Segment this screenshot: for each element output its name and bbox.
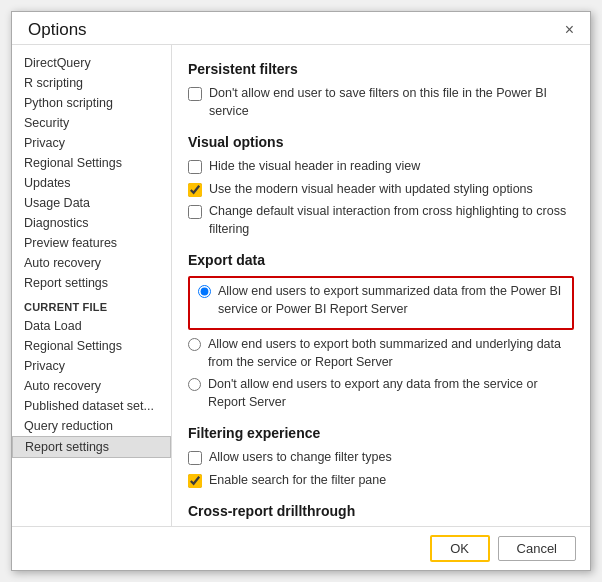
- option-label-2-2: Don't allow end users to export any data…: [208, 376, 574, 411]
- section-title-export_data: Export data: [188, 252, 574, 268]
- section-title-persistent_filters: Persistent filters: [188, 61, 574, 77]
- sidebar-item-auto-recovery[interactable]: Auto recovery: [12, 253, 171, 273]
- checkbox-1-1[interactable]: [188, 183, 202, 197]
- checkbox-3-1[interactable]: [188, 474, 202, 488]
- sidebar-item-usage-data[interactable]: Usage Data: [12, 193, 171, 213]
- option-row-2-1: Allow end users to export both summarize…: [188, 336, 574, 371]
- option-row-1-0: Hide the visual header in reading view: [188, 158, 574, 176]
- option-label-3-0: Allow users to change filter types: [209, 449, 392, 467]
- sidebar-current-item-5[interactable]: Query reduction: [12, 416, 171, 436]
- option-row: Allow end users to export summarized dat…: [198, 283, 564, 318]
- option-label-0-0: Don't allow end user to save filters on …: [209, 85, 574, 120]
- checkbox-3-0[interactable]: [188, 451, 202, 465]
- sidebar-item-report-settings[interactable]: Report settings: [12, 273, 171, 293]
- option-text: Allow end users to export summarized dat…: [218, 283, 564, 318]
- dialog-title: Options: [28, 20, 87, 40]
- option-label-1-2: Change default visual interaction from c…: [209, 203, 574, 238]
- sidebar-item-updates[interactable]: Updates: [12, 173, 171, 193]
- content-panel: Persistent filtersDon't allow end user t…: [172, 45, 590, 526]
- sidebar: DirectQueryR scriptingPython scriptingSe…: [12, 45, 172, 526]
- current-file-header: CURRENT FILE: [12, 293, 171, 316]
- radio-export-0[interactable]: [198, 285, 211, 298]
- export-data-highlighted-option: Allow end users to export summarized dat…: [188, 276, 574, 330]
- checkbox-1-2[interactable]: [188, 205, 202, 219]
- sidebar-item-privacy[interactable]: Privacy: [12, 133, 171, 153]
- sidebar-current-item-1[interactable]: Regional Settings: [12, 336, 171, 356]
- option-label-1-1: Use the modern visual header with update…: [209, 181, 533, 199]
- section-title-visual_options: Visual options: [188, 134, 574, 150]
- section-title-cross_report_drillthrough: Cross-report drillthrough: [188, 503, 574, 519]
- option-row-3-1: Enable search for the filter pane: [188, 472, 574, 490]
- sidebar-current-item-6[interactable]: Report settings: [12, 436, 171, 458]
- option-label-3-1: Enable search for the filter pane: [209, 472, 386, 490]
- dialog-footer: OK Cancel: [12, 526, 590, 570]
- option-row-2-2: Don't allow end users to export any data…: [188, 376, 574, 411]
- option-row-0-0: Don't allow end user to save filters on …: [188, 85, 574, 120]
- option-row-3-0: Allow users to change filter types: [188, 449, 574, 467]
- title-bar: Options ×: [12, 12, 590, 44]
- sidebar-item-regional-settings[interactable]: Regional Settings: [12, 153, 171, 173]
- radio-2-1[interactable]: [188, 338, 201, 351]
- options-dialog: Options × DirectQueryR scriptingPython s…: [11, 11, 591, 571]
- sidebar-current-item-4[interactable]: Published dataset set...: [12, 396, 171, 416]
- option-label-2-1: Allow end users to export both summarize…: [208, 336, 574, 371]
- section-title-filtering_experience: Filtering experience: [188, 425, 574, 441]
- sidebar-item-r-scripting[interactable]: R scripting: [12, 73, 171, 93]
- sidebar-global-section: DirectQueryR scriptingPython scriptingSe…: [12, 53, 171, 293]
- sidebar-item-python-scripting[interactable]: Python scripting: [12, 93, 171, 113]
- sidebar-current-item-3[interactable]: Auto recovery: [12, 376, 171, 396]
- checkbox-1-0[interactable]: [188, 160, 202, 174]
- sidebar-current-item-2[interactable]: Privacy: [12, 356, 171, 376]
- option-label-1-0: Hide the visual header in reading view: [209, 158, 420, 176]
- radio-2-2[interactable]: [188, 378, 201, 391]
- sidebar-item-diagnostics[interactable]: Diagnostics: [12, 213, 171, 233]
- close-button[interactable]: ×: [561, 20, 578, 40]
- cancel-button[interactable]: Cancel: [498, 536, 576, 561]
- ok-button[interactable]: OK: [430, 535, 490, 562]
- option-row-1-2: Change default visual interaction from c…: [188, 203, 574, 238]
- sidebar-item-directquery[interactable]: DirectQuery: [12, 53, 171, 73]
- sidebar-current-item-0[interactable]: Data Load: [12, 316, 171, 336]
- dialog-body: DirectQueryR scriptingPython scriptingSe…: [12, 44, 590, 526]
- sidebar-current-section: Data LoadRegional SettingsPrivacyAuto re…: [12, 316, 171, 458]
- option-row-1-1: Use the modern visual header with update…: [188, 181, 574, 199]
- sidebar-item-security[interactable]: Security: [12, 113, 171, 133]
- checkbox-0-0[interactable]: [188, 87, 202, 101]
- sidebar-item-preview-features[interactable]: Preview features: [12, 233, 171, 253]
